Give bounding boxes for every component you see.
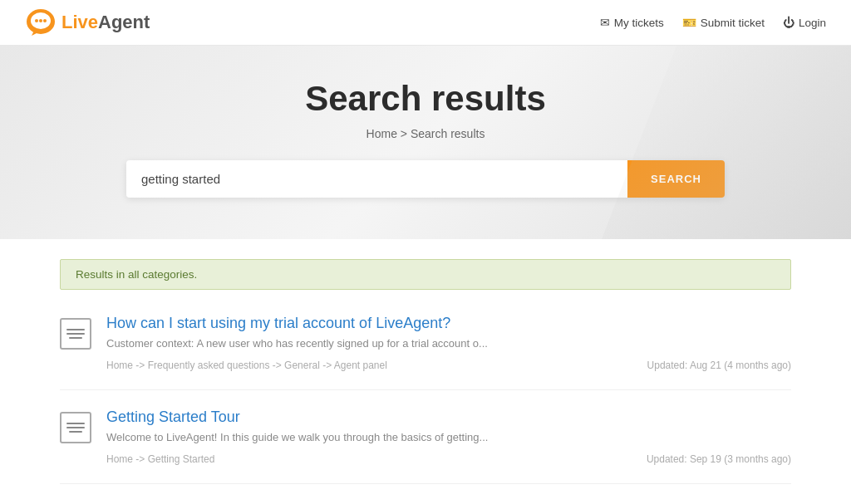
result-item: How can I start using my trial account o… — [60, 296, 791, 390]
page-title: Search results — [17, 79, 834, 119]
result-body: Getting Started Tour Welcome to LiveAgen… — [106, 409, 791, 465]
submit-ticket-link[interactable]: 🎫 Submit ticket — [682, 16, 765, 29]
submit-ticket-icon: 🎫 — [682, 16, 696, 29]
tickets-icon: ✉ — [600, 16, 610, 29]
icon-line — [66, 329, 85, 330]
logo-text: LiveAgent — [61, 12, 150, 33]
svg-point-2 — [35, 19, 38, 22]
result-path: Home -> Getting Started — [106, 453, 214, 465]
result-title[interactable]: Getting Started Tour — [106, 409, 791, 426]
icon-line — [69, 337, 82, 339]
result-item: Integrating Okta application with LiveAg… — [60, 484, 791, 504]
search-input[interactable] — [126, 160, 627, 198]
breadcrumb-separator: > — [401, 127, 411, 140]
result-excerpt: Welcome to LiveAgent! In this guide we w… — [106, 430, 791, 445]
icon-line — [69, 431, 82, 433]
result-path: Home -> Frequently asked questions -> Ge… — [106, 360, 387, 371]
icon-line — [66, 423, 85, 424]
logo[interactable]: LiveAgent — [25, 7, 150, 38]
icon-line — [66, 333, 85, 335]
login-icon: ⏻ — [783, 16, 794, 29]
article-icon — [60, 318, 91, 350]
breadcrumb-current: Search results — [411, 127, 485, 140]
search-bar: SEARCH — [126, 160, 725, 198]
results-banner: Results in all categories. — [60, 259, 791, 290]
logo-icon — [25, 7, 57, 38]
result-meta: Home -> Getting Started Updated: Sep 19 … — [106, 453, 791, 465]
result-body: How can I start using my trial account o… — [106, 315, 791, 371]
article-icon — [60, 412, 91, 443]
breadcrumb-home-link[interactable]: Home — [366, 127, 397, 140]
result-updated: Updated: Sep 19 (3 months ago) — [647, 453, 791, 465]
result-item: Getting Started Tour Welcome to LiveAgen… — [60, 390, 791, 484]
login-link[interactable]: ⏻ Login — [783, 16, 826, 29]
result-title[interactable]: How can I start using my trial account o… — [106, 315, 791, 332]
my-tickets-link[interactable]: ✉ My tickets — [600, 16, 664, 29]
results-content: Results in all categories. How can I sta… — [43, 259, 808, 504]
svg-point-3 — [39, 19, 42, 22]
site-header: LiveAgent ✉ My tickets 🎫 Submit ticket ⏻… — [0, 0, 851, 46]
result-meta: Home -> Frequently asked questions -> Ge… — [106, 360, 791, 371]
breadcrumb: Home > Search results — [17, 127, 834, 140]
header-nav: ✉ My tickets 🎫 Submit ticket ⏻ Login — [600, 16, 826, 29]
hero-section: Search results Home > Search results SEA… — [0, 46, 851, 239]
result-updated: Updated: Aug 21 (4 months ago) — [647, 360, 791, 371]
result-excerpt: Customer context: A new user who has rec… — [106, 336, 791, 351]
search-button[interactable]: SEARCH — [627, 160, 725, 198]
icon-line — [66, 427, 85, 428]
svg-point-4 — [43, 19, 47, 22]
